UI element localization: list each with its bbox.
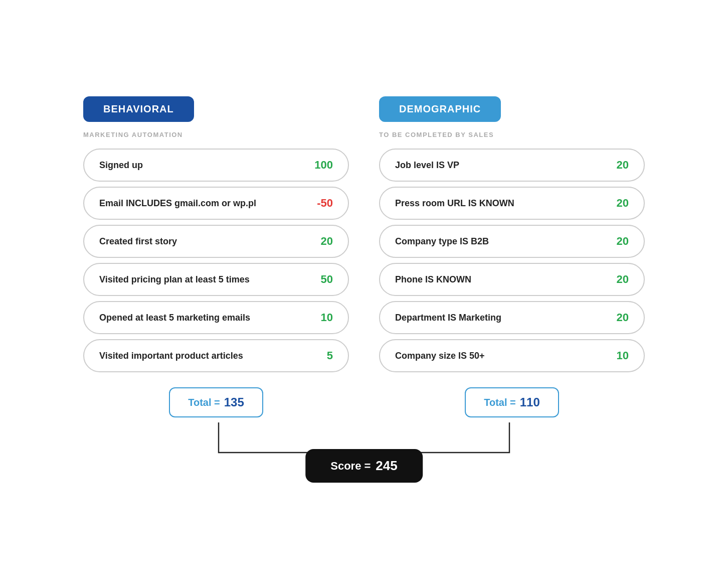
criteria-label: Job level IS VP: [395, 160, 459, 171]
criteria-score: 50: [321, 273, 333, 286]
score-bubble: Score = 245: [305, 449, 423, 483]
behavioral-column: BEHAVIORAL MARKETING AUTOMATION Signed u…: [83, 96, 349, 372]
behavioral-criteria-list: Signed up100Email INCLUDES gmail.com or …: [83, 149, 349, 372]
behavioral-criteria-row: Opened at least 5 marketing emails10: [83, 301, 349, 334]
criteria-score: 20: [321, 235, 333, 248]
demographic-criteria-row: Job level IS VP20: [379, 149, 645, 182]
demographic-criteria-row: Company type IS B2B20: [379, 225, 645, 258]
behavioral-total-wrapper: Total = 135: [83, 387, 349, 417]
behavioral-total-label: Total =: [188, 397, 220, 408]
demographic-column: DEMOGRAPHIC TO BE COMPLETED BY SALES Job…: [379, 96, 645, 372]
criteria-label: Visited pricing plan at least 5 times: [99, 274, 250, 285]
criteria-score: 5: [327, 349, 333, 362]
demographic-criteria-list: Job level IS VP20Press room URL IS KNOWN…: [379, 149, 645, 372]
criteria-score: 10: [321, 311, 333, 324]
columns: BEHAVIORAL MARKETING AUTOMATION Signed u…: [73, 96, 655, 372]
demographic-criteria-row: Press room URL IS KNOWN20: [379, 187, 645, 220]
behavioral-criteria-row: Created first story20: [83, 225, 349, 258]
bottom-area: Score = 245: [73, 422, 655, 488]
criteria-label: Opened at least 5 marketing emails: [99, 313, 250, 323]
demographic-criteria-row: Company size IS 50+10: [379, 339, 645, 372]
demographic-total-value: 110: [520, 395, 540, 409]
behavioral-criteria-row: Email INCLUDES gmail.com or wp.pl-50: [83, 187, 349, 220]
behavioral-criteria-row: Visited pricing plan at least 5 times50: [83, 263, 349, 296]
demographic-criteria-row: Phone IS KNOWN20: [379, 263, 645, 296]
demographic-header-btn[interactable]: DEMOGRAPHIC: [379, 96, 501, 122]
criteria-score: 20: [617, 235, 629, 248]
criteria-label: Signed up: [99, 160, 143, 171]
criteria-score: 20: [617, 273, 629, 286]
criteria-label: Created first story: [99, 236, 177, 247]
demographic-total-wrapper: Total = 110: [379, 387, 645, 417]
criteria-label: Email INCLUDES gmail.com or wp.pl: [99, 198, 256, 209]
behavioral-total-value: 135: [224, 395, 244, 409]
behavioral-criteria-row: Visited important product articles5: [83, 339, 349, 372]
criteria-label: Company type IS B2B: [395, 236, 489, 247]
criteria-label: Visited important product articles: [99, 351, 243, 361]
criteria-score: 10: [617, 349, 629, 362]
behavioral-header-btn[interactable]: BEHAVIORAL: [83, 96, 194, 122]
criteria-label: Company size IS 50+: [395, 351, 485, 361]
criteria-score: 20: [617, 311, 629, 324]
criteria-score: 20: [617, 197, 629, 210]
totals-section: Total = 135 Total = 110: [73, 387, 655, 417]
page-container: BEHAVIORAL MARKETING AUTOMATION Signed u…: [63, 76, 665, 508]
score-value: 245: [376, 458, 397, 474]
behavioral-total-box: Total = 135: [169, 387, 263, 417]
criteria-label: Phone IS KNOWN: [395, 274, 471, 285]
demographic-criteria-row: Department IS Marketing20: [379, 301, 645, 334]
score-label: Score =: [330, 460, 371, 473]
demographic-total-box: Total = 110: [465, 387, 559, 417]
behavioral-criteria-row: Signed up100: [83, 149, 349, 182]
criteria-label: Press room URL IS KNOWN: [395, 198, 514, 209]
demographic-total-label: Total =: [484, 397, 516, 408]
criteria-label: Department IS Marketing: [395, 313, 501, 323]
criteria-score: 100: [314, 159, 333, 172]
criteria-score: -50: [317, 197, 333, 210]
criteria-score: 20: [617, 159, 629, 172]
demographic-subtitle: TO BE COMPLETED BY SALES: [379, 131, 645, 138]
behavioral-subtitle: MARKETING AUTOMATION: [83, 131, 349, 138]
